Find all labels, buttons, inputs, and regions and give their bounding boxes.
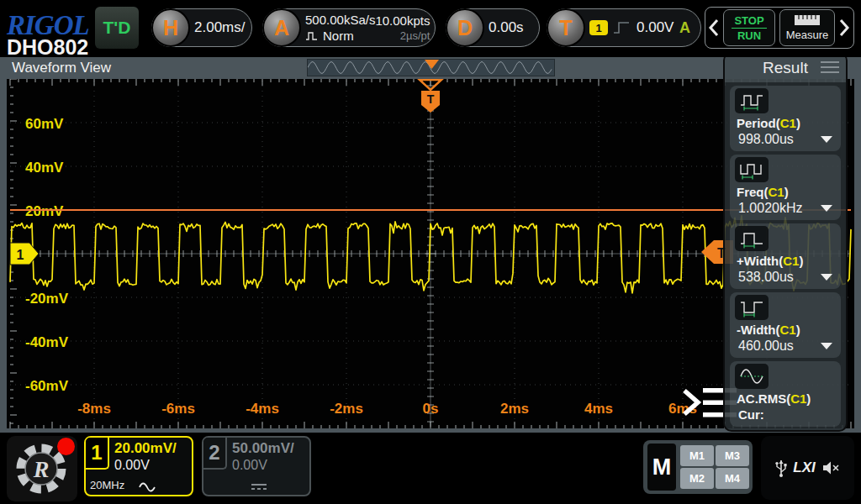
stop-run-button[interactable]: STOP RUN xyxy=(723,9,775,46)
measurement-neg-width[interactable]: -Width(C1) 460.00us xyxy=(730,292,841,358)
status-tile: LXI xyxy=(761,436,854,500)
math-buttons: M1 M3 M2 M4 xyxy=(680,445,749,489)
measurement-label: AC.RMS(C1) xyxy=(737,391,811,406)
svg-text:R: R xyxy=(33,456,50,482)
tab-waveform-view[interactable]: Waveform View xyxy=(12,60,111,76)
channel1-scale: 20.00mV/ xyxy=(114,440,177,457)
channel1-offset: 0.00V xyxy=(114,458,150,473)
channel1-marker[interactable]: 1 xyxy=(10,243,39,265)
svg-text:0s: 0s xyxy=(423,401,439,417)
menu-icon[interactable] xyxy=(821,61,839,76)
notification-dot xyxy=(57,438,75,455)
math4-button[interactable]: M4 xyxy=(716,468,749,489)
measurement-freq[interactable]: Freq(C1) 1.0020kHz xyxy=(730,155,841,220)
trigger-position-indicator-icon xyxy=(308,60,554,70)
math3-button[interactable]: M3 xyxy=(716,445,749,466)
svg-text:60mV: 60mV xyxy=(25,116,64,132)
svg-text:-8ms: -8ms xyxy=(77,401,111,417)
math1-button[interactable]: M1 xyxy=(680,445,714,466)
chevron-right-icon[interactable] xyxy=(839,18,849,38)
speaker-muted-icon xyxy=(821,460,840,475)
freq-icon xyxy=(735,157,769,182)
delay-knob[interactable]: D xyxy=(446,8,484,47)
chevron-left-icon[interactable] xyxy=(709,18,719,38)
measurement-value: 460.00us xyxy=(738,339,794,354)
trigger-source-badge: 1 xyxy=(589,20,608,35)
measurement-value: 1.0020kHz xyxy=(738,201,803,216)
math-label[interactable]: M xyxy=(647,444,676,491)
run-label: RUN xyxy=(737,29,761,42)
acquire-mode-row: Norm xyxy=(305,29,375,43)
measurement-value: 998.00us xyxy=(738,132,794,147)
channel2-card[interactable]: 2 50.00mV/ 0.00V xyxy=(202,436,311,496)
chevron-down-icon[interactable] xyxy=(821,274,832,281)
svg-text:T: T xyxy=(427,92,435,106)
svg-text:4ms: 4ms xyxy=(584,401,613,417)
svg-text:1: 1 xyxy=(17,248,24,262)
trigger-sweep-mode: A xyxy=(679,19,700,37)
trigger-level-value: 0.00V xyxy=(637,19,673,36)
math-panel: M M1 M3 M2 M4 xyxy=(643,440,753,494)
pos-width-icon xyxy=(735,226,769,251)
measurement-period[interactable]: Period(C1) 998.00us xyxy=(730,86,841,151)
top-toolbar: RIGOL DHO802 T'D H 2.00ms/ A 500.00kSa/s… xyxy=(0,0,861,57)
horizontal-timebase-button[interactable]: H 2.00ms/ xyxy=(151,8,252,47)
channel2-scale: 50.00mV/ xyxy=(232,440,294,457)
sample-rate-value: 500.00kSa/s xyxy=(305,13,375,27)
neg-width-icon xyxy=(735,295,769,320)
svg-text:-6ms: -6ms xyxy=(161,401,195,417)
acquire-right-column: 10.00kpts 2µs/pt xyxy=(375,13,440,42)
stop-run-divider xyxy=(732,28,767,29)
chevron-down-icon[interactable] xyxy=(821,205,832,212)
usb-icon xyxy=(775,458,787,478)
delay-value: 0.00s xyxy=(489,19,524,36)
acquire-button[interactable]: A 500.00kSa/s Norm 10.00kpts 2µs/pt xyxy=(262,8,436,47)
measurement-label: Freq(C1) xyxy=(737,185,789,199)
rising-edge-icon xyxy=(613,21,630,34)
pulse-icon xyxy=(305,31,320,40)
trigger-knob[interactable]: T xyxy=(547,8,585,47)
quick-menu-cluster: STOP RUN Measure xyxy=(705,7,854,49)
horizontal-knob[interactable]: H xyxy=(151,8,190,47)
timebase-value: 2.00ms/ xyxy=(194,19,245,36)
measurement-pos-width[interactable]: +Width(C1) 538.00us xyxy=(730,223,841,289)
math2-button[interactable]: M2 xyxy=(680,468,714,489)
waveform-band: Waveform View 60mV40mV20mV-20mV-40mV-60m… xyxy=(0,57,861,433)
channel1-badge: 1 xyxy=(86,438,109,470)
channel1-bandwidth: 20MHz xyxy=(90,479,124,491)
svg-text:-60mV: -60mV xyxy=(25,378,69,394)
result-panel-header: Result xyxy=(725,54,846,82)
channel1-card[interactable]: 1 20.00mV/ 0.00V 20MHz xyxy=(84,436,193,496)
trigger-button[interactable]: T 1 0.00V A xyxy=(547,8,701,47)
horizontal-position-strip[interactable] xyxy=(307,59,555,76)
acquire-left-column: 500.00kSa/s Norm xyxy=(305,13,375,43)
measure-label: Measure xyxy=(786,29,829,41)
ac-coupling-icon xyxy=(138,481,158,492)
svg-text:-20mV: -20mV xyxy=(25,291,69,307)
acquire-mode-value: Norm xyxy=(323,29,354,43)
channel2-badge: 2 xyxy=(203,438,227,470)
result-panel[interactable]: Result Period(C1) 998.00us xyxy=(723,52,848,432)
measurement-label: -Width(C1) xyxy=(737,323,800,337)
delay-button[interactable]: D 0.00s xyxy=(446,8,540,47)
ac-rms-icon xyxy=(735,364,769,389)
chevron-down-icon[interactable] xyxy=(821,136,832,143)
measurement-cur-label: Cur: xyxy=(738,407,764,422)
rigol-gear-button[interactable]: R xyxy=(7,436,77,501)
measurement-label: +Width(C1) xyxy=(737,254,803,268)
ruler-icon xyxy=(794,14,821,26)
measurement-list: Period(C1) 998.00us Freq(C1) 1.0020kHz xyxy=(725,82,846,432)
model-label: DHO802 xyxy=(7,35,88,60)
measurement-ac-rms[interactable]: AC.RMS(C1) Cur: xyxy=(730,361,841,427)
svg-text:-40mV: -40mV xyxy=(25,334,69,350)
period-icon xyxy=(735,88,769,113)
stop-label: STOP xyxy=(734,14,763,27)
svg-text:2ms: 2ms xyxy=(500,401,529,417)
trigger-status-badge: T'D xyxy=(95,7,139,49)
acquire-knob[interactable]: A xyxy=(262,8,301,47)
measurement-label: Period(C1) xyxy=(737,116,800,130)
measure-button[interactable]: Measure xyxy=(779,9,835,46)
svg-text:-4ms: -4ms xyxy=(246,401,279,417)
chevron-down-icon[interactable] xyxy=(821,343,832,349)
resolution-value: 2µs/pt xyxy=(400,29,430,42)
